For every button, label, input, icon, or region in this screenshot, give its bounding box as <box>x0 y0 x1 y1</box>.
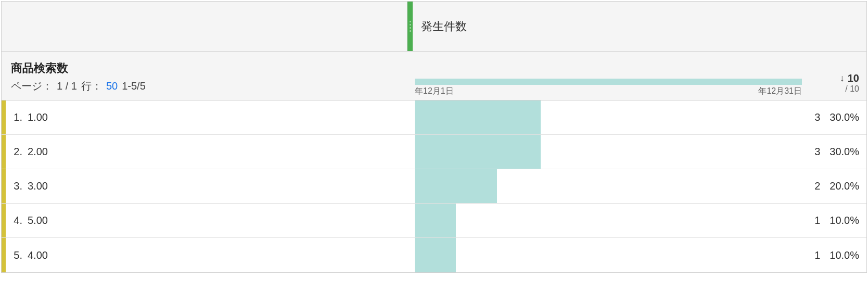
row-percent: 30.0% <box>829 111 859 123</box>
row-bar-wrap <box>415 238 771 272</box>
row-dimension-cell: 4. 5.00 <box>6 204 407 237</box>
timeline-end-label: 年12月31日 <box>758 86 802 97</box>
row-count: 2 <box>814 180 820 192</box>
row-count: 3 <box>814 111 820 123</box>
row-count: 1 <box>814 215 820 227</box>
row-accent-bar <box>2 204 6 237</box>
totals: ↓ 10 / 10 <box>802 72 859 97</box>
metric-column-label: 発生件数 <box>413 19 467 34</box>
row-bar <box>415 204 456 237</box>
table-row[interactable]: 2. 2.00 3 30.0% <box>2 135 866 169</box>
table-subheader-row: 商品検索数 ページ： 1 / 1 行： 50 1-5/5 年12月1日 年12月… <box>2 52 866 100</box>
row-index: 4. <box>11 215 22 227</box>
row-metric-cell: 1 10.0% <box>407 204 866 237</box>
row-value: 5.00 <box>28 215 48 227</box>
row-bar <box>415 135 541 169</box>
row-index: 5. <box>11 249 22 261</box>
pager: ページ： 1 / 1 行： 50 1-5/5 <box>11 79 398 93</box>
row-bar-wrap <box>415 169 771 203</box>
timeline: 年12月1日 年12月31日 <box>415 52 802 97</box>
row-accent-bar <box>2 135 6 169</box>
row-value: 2.00 <box>28 146 48 158</box>
row-value: 3.00 <box>28 180 48 192</box>
row-count: 1 <box>814 249 820 261</box>
row-dimension-cell: 1. 1.00 <box>6 100 407 134</box>
column-drag-handle[interactable] <box>407 2 413 51</box>
row-metric-cell: 1 10.0% <box>407 238 866 272</box>
row-percent: 20.0% <box>829 180 859 192</box>
row-bar-wrap <box>415 135 771 169</box>
dimension-info: 商品検索数 ページ： 1 / 1 行： 50 1-5/5 <box>2 52 407 100</box>
total-count: 10 <box>848 72 859 84</box>
row-dimension-cell: 2. 2.00 <box>6 135 407 169</box>
table-row[interactable]: 4. 5.00 1 10.0% <box>2 204 866 238</box>
row-value: 1.00 <box>28 111 48 123</box>
row-percent: 10.0% <box>829 215 859 227</box>
table-row[interactable]: 1. 1.00 3 30.0% <box>2 100 866 135</box>
pager-rows-label: 行： <box>81 79 102 93</box>
row-percent: 10.0% <box>829 249 859 261</box>
report-table: 発生件数 商品検索数 ページ： 1 / 1 行： 50 1-5/5 年12月1日… <box>1 1 867 273</box>
sort-descending-icon[interactable]: ↓ <box>840 73 845 84</box>
metric-summary-cell: 年12月1日 年12月31日 ↓ 10 / 10 <box>407 52 866 100</box>
table-row[interactable]: 5. 4.00 1 10.0% <box>2 238 866 272</box>
row-accent-bar <box>2 238 6 272</box>
pager-rows-select[interactable]: 50 <box>106 80 118 92</box>
row-accent-bar <box>2 169 6 203</box>
dimension-title: 商品検索数 <box>11 60 398 76</box>
row-index: 2. <box>11 146 22 158</box>
row-accent-bar <box>2 100 6 134</box>
row-dimension-cell: 5. 4.00 <box>6 238 407 272</box>
row-percent: 30.0% <box>829 146 859 158</box>
row-bar <box>415 100 541 134</box>
pager-range: 1-5/5 <box>122 80 146 92</box>
row-count: 3 <box>814 146 820 158</box>
row-metric-cell: 2 20.0% <box>407 169 866 203</box>
pager-page-label: ページ： <box>11 79 53 93</box>
pager-page-value[interactable]: 1 / 1 <box>57 80 77 92</box>
row-metric-cell: 3 30.0% <box>407 135 866 169</box>
row-bar-wrap <box>415 100 771 134</box>
row-bar-wrap <box>415 204 771 237</box>
row-dimension-cell: 3. 3.00 <box>6 169 407 203</box>
row-bar <box>415 238 456 272</box>
dimension-header-cell <box>2 2 407 51</box>
table-row[interactable]: 3. 3.00 2 20.0% <box>2 169 866 204</box>
total-denominator: / 10 <box>845 84 859 94</box>
drag-dots-icon <box>410 21 411 32</box>
row-metric-cell: 3 30.0% <box>407 100 866 134</box>
row-bar <box>415 169 497 203</box>
table-header-row: 発生件数 <box>2 2 866 52</box>
row-index: 3. <box>11 180 22 192</box>
timeline-start-label: 年12月1日 <box>415 86 454 97</box>
timeline-bar <box>415 79 802 85</box>
row-index: 1. <box>11 111 22 123</box>
metric-header-cell[interactable]: 発生件数 <box>407 2 866 51</box>
row-value: 4.00 <box>28 249 48 261</box>
